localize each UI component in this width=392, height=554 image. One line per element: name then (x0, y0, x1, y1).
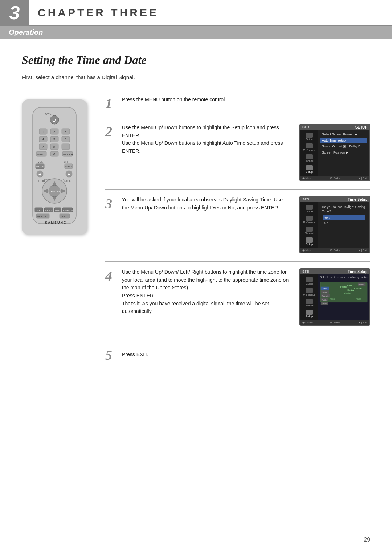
remote-control: POWER ⏻ 1 2 3 4 5 6 (22, 99, 87, 235)
step-3-screen-row: You will be asked if your local area obs… (122, 196, 370, 253)
svg-text:Hawaii: Hawaii (347, 285, 352, 286)
ts-question: Do you follow Daylight Saving Time? (320, 204, 367, 215)
tz-guide-icon (306, 277, 313, 282)
svg-text:Alaska: Alaska (330, 298, 336, 300)
svg-text:SET: SET (62, 215, 67, 218)
svg-text:0: 0 (53, 152, 55, 156)
step-4-text: Use the Menu Up/ Down/ Left/ Right butto… (122, 268, 290, 315)
ts-main: Do you follow Daylight Saving Time? Yes … (318, 202, 369, 248)
sidebar-setup: Setup (301, 164, 318, 174)
svg-text:VOL: VOL (38, 160, 43, 163)
svg-text:CH: CH (64, 160, 68, 163)
timezone-map: Hawaii Eastern Central Mountain Paci (320, 280, 368, 305)
svg-text:6: 6 (65, 138, 66, 141)
step-3-content: You will be asked if your local area obs… (122, 196, 370, 255)
svg-text:POWER: POWER (44, 113, 53, 115)
step-2-row: 2 Use the Menu Up/ Down buttons to highl… (105, 124, 370, 183)
tz-sidebar-guide: Guide (301, 276, 318, 286)
tz-sidebar-pref: Preference (301, 287, 318, 297)
step-5-content: Press EXIT. (122, 351, 370, 359)
step-2-screen-row: Use the Menu Up/ Down buttons to highlig… (122, 124, 370, 181)
ts-sidebar: Guide Preference Channel (300, 202, 318, 248)
svg-text:MTS: MTS (55, 209, 60, 212)
step-5-number: 5 (105, 348, 118, 362)
top-divider (22, 89, 370, 89)
tz-title: Time Setup (348, 270, 367, 274)
svg-text:PRE-CH: PRE-CH (63, 153, 73, 156)
tz-footer: ◈ Move⊕ Enter◄| Exit (300, 320, 369, 325)
svg-text:CAPTION: CAPTION (63, 209, 73, 212)
setup-screen-footer: ◈ Move⊕ Enter◄| Exit (300, 176, 369, 180)
channel-icon (306, 154, 313, 159)
svg-text:MENU: MENU (44, 178, 51, 180)
setup-icon (306, 165, 313, 170)
menu-select-screen: Select Screen Format (320, 131, 367, 138)
timezone-screen: STB Time Setup Guide (299, 268, 370, 326)
step-2-content: Use the Menu Up/ Down buttons to highlig… (122, 124, 370, 183)
ts-title: Time Setup (348, 197, 367, 201)
menu-sound-output: Sound Output ▣ : Dolby D (320, 143, 367, 150)
operation-bar: Operation (0, 26, 392, 39)
pref-icon (306, 143, 313, 148)
step-1-text: Press the MENU button on the remote cont… (122, 96, 370, 104)
tz-stb-label: STB (302, 270, 309, 274)
setup-screen-header: STB SETUP (300, 125, 369, 130)
menu-auto-time: Auto Time setup (320, 138, 367, 144)
svg-text:Central: Central (347, 289, 354, 291)
step2-divider (105, 189, 370, 190)
svg-text:Alaska: Alaska (322, 303, 327, 305)
operation-label: Operation (9, 28, 43, 36)
main-content: Setting the Time and Date First, select … (0, 39, 392, 376)
step-3-text: You will be asked if your local area obs… (122, 196, 290, 212)
chapter-header: 3 CHAPTER THREE (0, 0, 392, 26)
step-1-number: 1 (105, 97, 118, 110)
svg-text:Eastern: Eastern (322, 288, 328, 290)
menu-screen-pos: Screen Position (320, 150, 367, 156)
svg-text:ADD/DEL: ADD/DEL (45, 209, 54, 212)
svg-text:5: 5 (53, 138, 55, 141)
svg-text:9: 9 (65, 145, 66, 149)
svg-text:1: 1 (42, 130, 44, 134)
setup-main: Select Screen Format Auto Time setup Sou… (318, 130, 369, 176)
tz-channel-icon (306, 299, 313, 304)
ts-pref-icon (306, 216, 313, 221)
svg-text:Pacific: Pacific (322, 299, 327, 301)
step-3-number: 3 (105, 197, 118, 211)
step-5-text: Press EXIT. (122, 351, 370, 359)
step3-divider (105, 261, 370, 262)
remote-svg: POWER ⏻ 1 2 3 4 5 6 (25, 104, 83, 227)
svg-text:ASPECT: ASPECT (35, 209, 44, 212)
ts-channel-icon (306, 227, 313, 232)
ts-sidebar-guide: Guide (301, 204, 318, 214)
ts-options: Yes No (320, 215, 367, 226)
step-4-content: Use the Menu Up/ Down/ Left/ Right butto… (122, 268, 370, 327)
svg-text:EXIT: EXIT (63, 178, 68, 180)
setup-sidebar: Guide Preference Channel (300, 130, 318, 176)
tz-header: STB Time Setup (300, 269, 369, 274)
step-1-content: Press the MENU button on the remote cont… (122, 96, 370, 104)
tz-body: Guide Preference Channel (300, 274, 369, 320)
sidebar-guide: Guide (301, 131, 318, 142)
ts-sidebar-setup: Setup (301, 236, 318, 247)
steps-column: 1 Press the MENU button on the remote co… (105, 96, 370, 362)
svg-text:▶: ▶ (68, 172, 70, 176)
page-number: 29 (364, 537, 370, 543)
svg-text:FAV/CH: FAV/CH (37, 215, 46, 218)
chapter-number: 3 (0, 0, 29, 25)
svg-text:Eastern: Eastern (354, 288, 362, 290)
tz-setup-icon (306, 310, 313, 315)
svg-text:Hawaii: Hawaii (358, 284, 363, 286)
svg-text:Alaska: Alaska (356, 298, 362, 300)
time-setup-body: Guide Preference Channel (300, 202, 369, 248)
svg-text:8: 8 (53, 145, 55, 149)
intro-text: First, select a channel that has a Digit… (22, 74, 370, 80)
step-4-number: 4 (105, 269, 118, 283)
svg-text:2: 2 (53, 130, 55, 134)
steps-area: POWER ⏻ 1 2 3 4 5 6 (22, 96, 370, 362)
chapter-title-block: CHAPTER THREE (29, 0, 392, 25)
chapter-title: CHAPTER THREE (38, 7, 159, 19)
svg-text:SAMSUNG: SAMSUNG (45, 221, 67, 224)
svg-text:4: 4 (42, 138, 44, 141)
ts-no-option: No (323, 220, 365, 225)
step-4-row: 4 Use the Menu Up/ Down/ Left/ Right but… (105, 268, 370, 327)
